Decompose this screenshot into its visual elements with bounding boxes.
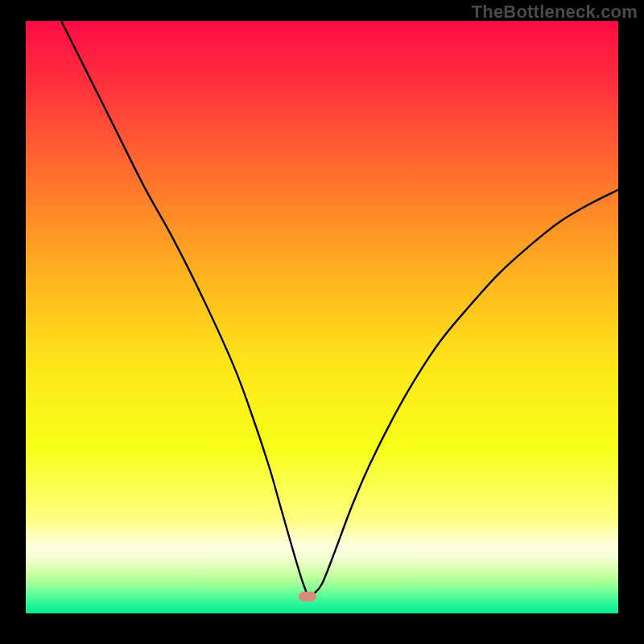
- watermark-text: TheBottleneck.com: [472, 2, 638, 23]
- chart-frame: TheBottleneck.com: [0, 0, 644, 644]
- bottleneck-curve: [26, 21, 618, 613]
- plot-area: [26, 21, 618, 613]
- minimum-marker: [299, 592, 316, 601]
